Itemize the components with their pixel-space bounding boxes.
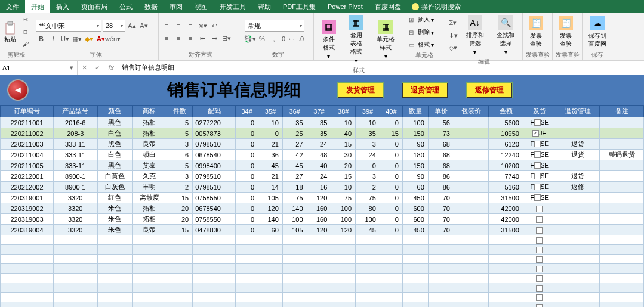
cell[interactable] <box>556 245 600 255</box>
cell[interactable] <box>556 293 600 302</box>
cell[interactable]: 0 <box>236 160 258 171</box>
cell[interactable]: 白色 <box>97 150 132 160</box>
col-header[interactable]: 34# <box>236 106 258 117</box>
checkbox-icon[interactable] <box>536 237 543 244</box>
cell[interactable]: 75 <box>282 193 307 203</box>
cell[interactable] <box>331 274 356 283</box>
cell[interactable]: 5 <box>167 117 193 128</box>
cell[interactable]: 20 <box>167 203 193 214</box>
cell[interactable]: 3 <box>167 171 193 182</box>
cell[interactable]: 21 <box>258 139 283 150</box>
checkbox-icon[interactable] <box>534 162 541 169</box>
cell[interactable] <box>454 171 488 182</box>
cell[interactable]: 208-3 <box>53 128 97 139</box>
cell[interactable] <box>402 235 428 245</box>
cell[interactable] <box>1 264 54 274</box>
cell[interactable] <box>132 264 167 274</box>
cell[interactable] <box>97 245 132 255</box>
cell[interactable] <box>523 245 556 255</box>
cell[interactable]: 0 <box>380 160 402 171</box>
return-cell[interactable]: 返修 <box>556 182 600 193</box>
return-manage-button[interactable]: 退货管理 <box>402 82 448 98</box>
col-header[interactable]: 配码 <box>193 106 236 117</box>
cell[interactable] <box>556 274 600 283</box>
cell[interactable] <box>132 245 167 255</box>
cell[interactable] <box>428 245 454 255</box>
autosum-icon[interactable]: Σ▾ <box>448 18 458 29</box>
checkbox-icon[interactable] <box>536 247 543 253</box>
cell[interactable] <box>193 283 236 293</box>
col-header[interactable]: 金额 <box>489 106 523 117</box>
cell[interactable] <box>454 160 488 171</box>
paste-button[interactable]: 粘贴 <box>2 20 17 44</box>
cell[interactable]: 离散度 <box>132 193 167 203</box>
remark-cell[interactable] <box>600 139 644 150</box>
cell[interactable]: 42 <box>282 150 307 160</box>
cell[interactable] <box>167 245 193 255</box>
cell[interactable] <box>132 302 167 308</box>
cell[interactable] <box>489 274 523 283</box>
wrap-text-icon[interactable]: ↩ <box>209 20 220 31</box>
cell[interactable] <box>454 293 488 302</box>
cell[interactable] <box>236 293 258 302</box>
cell[interactable]: 333-11 <box>53 139 97 150</box>
cell[interactable]: 105 <box>258 193 283 203</box>
cell[interactable]: 5 <box>167 128 193 139</box>
number-format-select[interactable]: 常规 <box>245 20 304 32</box>
cell[interactable] <box>380 245 402 255</box>
col-header[interactable]: 产品型号 <box>53 106 97 117</box>
cell[interactable] <box>600 255 644 264</box>
cell[interactable] <box>331 264 356 274</box>
cell[interactable] <box>282 293 307 302</box>
cell[interactable]: 0 <box>380 171 402 182</box>
cell[interactable] <box>97 235 132 245</box>
cell[interactable] <box>193 293 236 302</box>
cell[interactable]: 36 <box>258 150 283 160</box>
ship-cell[interactable]: FSE <box>523 117 556 128</box>
remark-cell[interactable] <box>600 128 644 139</box>
cell[interactable] <box>600 274 644 283</box>
cell[interactable] <box>307 302 331 308</box>
tell-me-search[interactable]: 操作说明搜索 <box>407 0 466 13</box>
cell[interactable]: 15 <box>331 139 356 150</box>
cell[interactable]: 120 <box>307 193 331 203</box>
ribbon-tab-10[interactable]: PDF工具集 <box>277 0 322 13</box>
ribbon-tab-9[interactable]: 帮助 <box>252 0 277 13</box>
cell[interactable]: 10200 <box>489 160 523 171</box>
insert-cells-icon[interactable]: ⊞ <box>406 14 417 25</box>
cell[interactable]: 红色 <box>97 193 132 203</box>
cell[interactable] <box>307 235 331 245</box>
cell[interactable]: 27 <box>282 139 307 150</box>
cell[interactable]: 75 <box>356 193 380 203</box>
ribbon-tab-11[interactable]: Power Pivot <box>322 0 369 13</box>
cell[interactable]: 0678540 <box>193 150 236 160</box>
cell[interactable]: 3 <box>356 139 380 150</box>
cell[interactable]: 220211003 <box>1 139 54 150</box>
cell[interactable]: 米色 <box>97 214 132 225</box>
cell[interactable] <box>600 283 644 293</box>
cell[interactable] <box>356 245 380 255</box>
return-cell[interactable] <box>556 128 600 139</box>
cell[interactable]: 白色 <box>97 128 132 139</box>
cell[interactable] <box>97 274 132 283</box>
cell[interactable]: 42000 <box>489 214 523 225</box>
formula-bar[interactable]: 销售订单信息明细 <box>118 63 644 72</box>
cell[interactable] <box>402 255 428 264</box>
cell[interactable] <box>167 302 193 308</box>
cell[interactable]: 0 <box>380 139 402 150</box>
cell[interactable]: 0 <box>236 203 258 214</box>
format-cells-icon[interactable]: ▭ <box>406 39 417 50</box>
cell[interactable]: 220212001 <box>1 171 54 182</box>
cell[interactable]: 白黄色 <box>97 171 132 182</box>
cell[interactable]: 31500 <box>489 193 523 203</box>
cell[interactable] <box>523 283 556 293</box>
cell[interactable] <box>402 274 428 283</box>
cell[interactable]: 3 <box>356 171 380 182</box>
cell[interactable] <box>236 264 258 274</box>
cell[interactable] <box>132 274 167 283</box>
cell[interactable] <box>600 302 644 308</box>
cell[interactable] <box>53 235 97 245</box>
cell[interactable]: 100 <box>282 214 307 225</box>
cell[interactable] <box>428 274 454 283</box>
cell[interactable] <box>53 274 97 283</box>
